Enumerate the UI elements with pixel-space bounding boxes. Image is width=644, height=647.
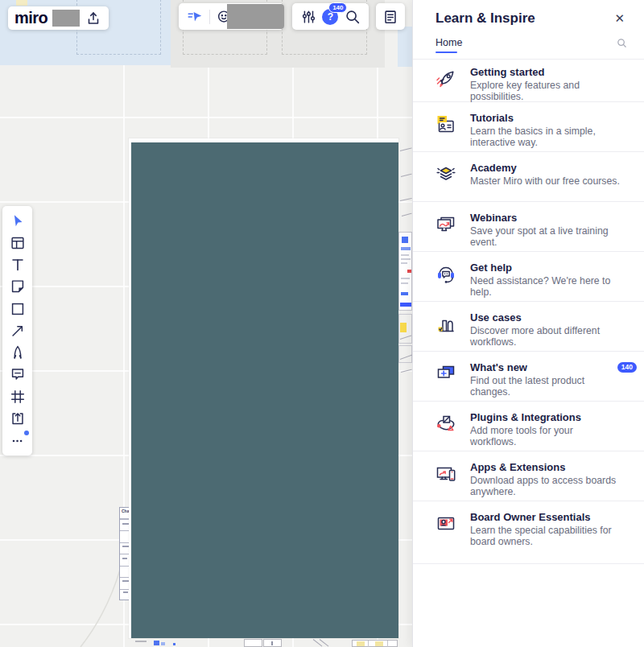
canvas-fragment-cells: [352, 640, 398, 647]
item-desc: Need assistance? We're here to help.: [470, 275, 620, 298]
canvas-fragment-line: [402, 213, 412, 216]
teal-rectangle-shape[interactable]: [131, 142, 398, 638]
canvas-fragment-blue: [161, 642, 165, 645]
item-title: Tutorials: [470, 112, 620, 125]
tab-home[interactable]: Home: [436, 27, 462, 59]
panel-item-getting-started[interactable]: Getting startedExplore key features and …: [413, 60, 644, 102]
shapes-loop-icon: [434, 412, 458, 436]
item-title: Get help: [470, 262, 620, 274]
canvas-fragment-box: [263, 639, 282, 647]
item-title: Getting started: [470, 66, 620, 79]
panel-item-get-help[interactable]: Get helpNeed assistance? We're here to h…: [413, 252, 644, 302]
board-tools-toolbar: ? 140: [292, 3, 369, 30]
cards-plus-icon: [434, 362, 458, 386]
panel-item-academy[interactable]: AcademyMaster Miro with our free courses…: [413, 152, 644, 202]
sticky-note-tool[interactable]: [7, 276, 28, 297]
owner-screen-icon: [434, 512, 458, 536]
pen-tool[interactable]: [7, 342, 28, 363]
panel-search-icon[interactable]: [616, 37, 628, 49]
panel-item-tutorials[interactable]: TutorialsLearn the basics in a simple, i…: [413, 102, 644, 152]
canvas-fragment-line: [400, 147, 412, 151]
canvas-fragment-line: [401, 369, 412, 373]
canvas-fragment-box: [244, 639, 262, 647]
item-desc: Save your spot at a live training event.: [470, 225, 620, 248]
panel-item-use-cases[interactable]: Use casesDiscover more about different w…: [413, 302, 644, 352]
item-title: Board Owner Essentials: [470, 511, 620, 524]
notification-dot: [24, 431, 29, 435]
whats-new-badge: 140: [617, 362, 637, 373]
shape-tool[interactable]: [7, 299, 28, 319]
item-desc: Add more tools for your workflows.: [470, 425, 620, 447]
divider: [209, 10, 210, 24]
notes-toolbar: [376, 3, 405, 30]
canvas-fragment-blue: [173, 643, 175, 645]
close-icon[interactable]: ✕: [611, 10, 628, 26]
monitor-phone-icon: [434, 462, 458, 486]
item-desc: Master Miro with our free courses.: [470, 175, 620, 187]
panel-header: Learn & Inspire ✕: [413, 0, 644, 27]
item-desc: Learn the special capabilities for board…: [470, 525, 620, 547]
board-title-bar: miro: [8, 6, 109, 30]
panel-item-apps-extensions[interactable]: Apps & ExtensionsDownload apps to access…: [413, 451, 644, 501]
canvas-fragment: [135, 641, 147, 642]
canvas-fragment-blue: [154, 641, 159, 645]
item-title: Academy: [470, 162, 620, 175]
tutorial-card-icon: [434, 113, 458, 137]
canvas-fragment-yellow: [16, 0, 27, 6]
text-tool[interactable]: [7, 254, 28, 275]
canvas-fragment-line: [401, 174, 412, 177]
frame-tool[interactable]: [7, 386, 28, 407]
filters-sliders-icon[interactable]: [299, 7, 318, 27]
export-upload-icon[interactable]: [85, 9, 102, 28]
upload-tool[interactable]: [7, 408, 28, 429]
more-options-tool[interactable]: [7, 430, 28, 451]
canvas-mini-frame: [398, 345, 412, 363]
comment-tool[interactable]: [7, 364, 28, 385]
creation-tool-palette: [2, 206, 32, 455]
search-icon[interactable]: [343, 7, 362, 27]
templates-tool[interactable]: [7, 233, 28, 253]
collaboration-toolbar: [179, 3, 284, 30]
item-title: Use cases: [470, 311, 620, 324]
panel-title: Learn & Inspire: [436, 10, 535, 27]
item-desc: Explore key features and possibilities.: [470, 80, 620, 102]
canvas-mini-mockup: [398, 232, 412, 311]
canvas-mini-frame: [398, 314, 412, 344]
panel-tab-bar: Home: [413, 27, 644, 60]
academy-layers-icon: [434, 163, 458, 187]
canvas-blue-patch: [398, 27, 412, 67]
item-desc: Learn the basics in a simple, interactiv…: [470, 126, 620, 148]
item-title: Apps & Extensions: [470, 461, 620, 474]
panel-item-board-owner-essentials[interactable]: Board Owner EssentialsLearn the special …: [413, 501, 644, 564]
help-center-icon[interactable]: ? 140: [320, 7, 340, 27]
item-title: Plugins & Integrations: [470, 411, 620, 424]
canvas-fragment-line: [400, 198, 412, 201]
panel-item-whats-new[interactable]: What's newFind out the latest product ch…: [413, 352, 644, 402]
miro-board-app: Chara: [0, 0, 644, 647]
connector-arrow-tool[interactable]: [7, 320, 28, 341]
follow-cursor-icon[interactable]: [185, 7, 204, 27]
item-desc: Find out the latest product changes.: [470, 375, 620, 398]
item-title: What's new: [470, 361, 620, 374]
miro-logo[interactable]: miro: [14, 6, 47, 30]
webinar-monitors-icon: [434, 212, 458, 237]
bar-chart-check-icon: [434, 312, 458, 336]
rocket-icon: [434, 67, 458, 91]
select-cursor-tool[interactable]: [7, 211, 28, 232]
panel-item-webinars[interactable]: WebinarsSave your spot at a live trainin…: [413, 202, 644, 252]
item-desc: Discover more about different workflows.: [470, 325, 620, 348]
headset-icon: [434, 262, 458, 286]
panel-item-plugins-integrations[interactable]: Plugins & IntegrationsAdd more tools for…: [413, 402, 644, 451]
learn-inspire-panel: Learn & Inspire ✕ Home Getting startedEx…: [412, 0, 644, 647]
item-title: Webinars: [470, 212, 620, 225]
collaborators-redacted: [227, 4, 284, 29]
board-name-redacted: [52, 10, 80, 27]
notes-document-icon[interactable]: [381, 7, 400, 27]
item-desc: Download apps to access boards anywhere.: [470, 475, 620, 497]
board-canvas[interactable]: Chara: [0, 0, 412, 647]
